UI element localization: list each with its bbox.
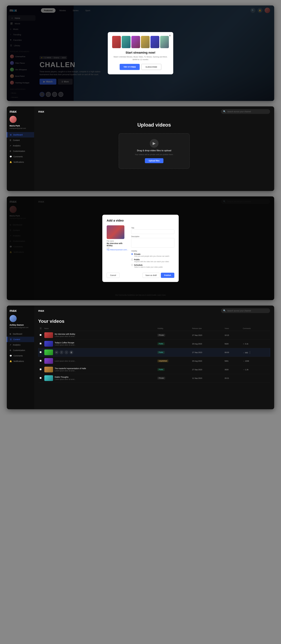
row1-sub: Lorem ipsum dolor sit amet... xyxy=(55,336,76,337)
row1-checkbox[interactable] xyxy=(40,334,42,336)
row2-status-badge: Public xyxy=(158,342,165,345)
modal-title: Start streaming now! xyxy=(112,51,169,54)
cancel-button[interactable]: Cancel xyxy=(107,273,120,278)
upload-profile: Maria Park mariapark@gmail.com xyxy=(7,116,34,132)
upload-search-bar[interactable]: 🔍 xyxy=(221,109,270,114)
row3-edit-btn[interactable]: ✏ xyxy=(55,350,58,354)
your-videos-sidebar-comments[interactable]: 💬 Comments xyxy=(7,353,34,358)
radio-public-input[interactable] xyxy=(131,259,133,260)
row2-thumb xyxy=(44,341,53,346)
add-video-backdrop: Add a video File name My Interview with … xyxy=(7,196,274,300)
row4-checkbox[interactable] xyxy=(40,360,42,362)
row4-sub: Lorem ipsum dolor sit amet... xyxy=(55,360,76,362)
row3-visibility: Public xyxy=(156,348,191,357)
upload-area: Upload videos ▶ Drag & drop video files … xyxy=(34,117,274,174)
col-comments-header: Comments xyxy=(242,326,270,331)
file-name-value: My Interview with Bobby xyxy=(107,242,128,247)
row3-share-btn[interactable]: ⤴ xyxy=(60,350,64,354)
row1-thumb xyxy=(44,332,53,338)
row5-date: 27 Sep 2023 xyxy=(191,365,223,374)
video-preview-thumb xyxy=(107,225,124,239)
your-videos-search[interactable]: 🔍 xyxy=(221,308,270,313)
publish-button[interactable]: Publish xyxy=(161,273,174,278)
try-free-button[interactable]: TRY IT FREE xyxy=(120,64,140,70)
add-video-left: File name My Interview with Bobby Link h… xyxy=(107,225,128,270)
upload-topbar-logo: max xyxy=(38,110,44,113)
your-videos-sidebar: max Ashley Damon ashleydamon@gmail.com ⊞… xyxy=(7,306,34,409)
row2-name-container: Today's Coffee Recape Lorem ipsum dolor … xyxy=(44,341,155,346)
row6-name-container: Diablo Thoughts Lorem ipsum dolor sit am… xyxy=(44,375,155,381)
row5-status-badge: Public xyxy=(158,368,165,371)
row5-checkbox[interactable] xyxy=(40,368,42,370)
row6-check xyxy=(38,374,43,382)
search-input[interactable] xyxy=(227,110,268,113)
screen-streaming: max ⌂ Home 🎬 Movie ♪ Music ↑ Trending ♥ … xyxy=(7,6,274,101)
radio-private: Private Only you and people who you choo… xyxy=(131,253,174,257)
your-videos-search-icon: 🔍 xyxy=(223,310,226,312)
row6-sub: Lorem ipsum dolor sit amet... xyxy=(55,378,76,380)
row3-upload-btn[interactable]: ↑ xyxy=(64,350,68,354)
movie-thumb-6 xyxy=(160,36,169,48)
row4-name-cell: Lorem ipsum dolor sit amet... xyxy=(43,357,156,365)
radio-schedule-row: Schedule xyxy=(131,264,174,266)
col-views-header: Views xyxy=(223,326,242,331)
row4-date: 25 Aug 2023 xyxy=(191,357,223,365)
sidebar2-item-comments[interactable]: 💬 Comments xyxy=(7,154,34,159)
row3-trash-btn[interactable]: 🗑 xyxy=(70,350,73,354)
sidebar2-item-dashboard[interactable]: ⊞ Dashboard xyxy=(7,132,34,138)
row4-views: 5001 xyxy=(223,357,242,365)
filter-icon[interactable]: ☰ xyxy=(40,327,42,330)
save-draft-button[interactable]: Save as draft xyxy=(142,273,160,278)
your-videos-sidebar-content[interactable]: ☰ Content xyxy=(7,337,34,342)
sidebar2-item-notifications[interactable]: 🔔 Notifications xyxy=(7,159,34,165)
row3-name-cell: ✏ ⤴ ↑ 🗑 xyxy=(43,348,156,357)
your-videos-heading: Your videos xyxy=(34,316,274,326)
upload-files-button[interactable]: Upload files xyxy=(145,158,163,163)
row3-actions: ✏ ⤴ ↑ 🗑 xyxy=(55,350,73,354)
modal-footer-right: Save as draft Publish xyxy=(142,273,174,278)
title-label: Title xyxy=(131,227,174,229)
row3-checkbox[interactable] xyxy=(40,351,42,353)
modal-overlay: ✕ Start streaming now! Watch Unlimited M… xyxy=(7,6,274,101)
modal-close-button[interactable]: ✕ xyxy=(169,34,171,37)
your-videos-analytics-icon: ↗ xyxy=(10,344,11,346)
description-label: Description xyxy=(131,236,174,238)
your-videos-sidebar-dashboard[interactable]: ⊞ Dashboard xyxy=(7,331,34,337)
upload-dropzone[interactable]: ▶ Drag & drop video files to upload Your… xyxy=(119,133,190,169)
radio-private-input[interactable] xyxy=(131,253,133,255)
upload-main: max 🔍 Upload videos ▶ Drag & drop video … xyxy=(34,106,274,191)
row5-name-cell: The masterful representation of Halle Lo… xyxy=(43,365,156,374)
row2-checkbox[interactable] xyxy=(40,343,42,344)
your-videos-sidebar-notifications[interactable]: 🔔 Notifications xyxy=(7,358,34,364)
row6-thumb xyxy=(44,375,53,381)
customization-icon: ⚙ xyxy=(10,150,11,152)
title-input[interactable] xyxy=(131,230,174,234)
your-videos-notifications-icon: 🔔 xyxy=(10,360,12,362)
row4-status-badge: Unpolished xyxy=(158,360,168,362)
description-textarea[interactable] xyxy=(131,238,174,248)
your-videos-sidebar-analytics[interactable]: ↗ Analytics xyxy=(7,342,34,348)
video-preview-inner xyxy=(107,225,124,239)
sidebar2-item-content[interactable]: ☰ Content xyxy=(7,138,34,143)
add-video-body: File name My Interview with Bobby Link h… xyxy=(107,225,174,270)
row3-date: 27 Sep 2023 xyxy=(191,348,223,357)
table-row: Today's Coffee Recape Lorem ipsum dolor … xyxy=(38,340,270,348)
row1-date: 27 Sep 2023 xyxy=(191,331,223,340)
row3-thumb xyxy=(44,350,53,355)
row2-name-cell: Today's Coffee Recape Lorem ipsum dolor … xyxy=(43,340,156,348)
row3-kebab-button[interactable]: ⋮ xyxy=(248,351,251,354)
row5-comments: → 1.2k xyxy=(242,365,270,374)
row5-views: 3020 xyxy=(223,365,242,374)
link-value: http://hbloomaxstream.com/... xyxy=(107,249,128,251)
subscribe-button[interactable]: SUBSCRIBE xyxy=(141,64,161,70)
movie-thumb-1 xyxy=(112,36,121,48)
your-videos-sidebar-customization[interactable]: ⚙ Customization xyxy=(7,348,34,353)
row3-status-badge: Public xyxy=(158,351,165,354)
sidebar2-item-analytics[interactable]: ↗ Analytics xyxy=(7,143,34,148)
row6-checkbox[interactable] xyxy=(40,377,42,379)
radio-schedule-input[interactable] xyxy=(131,264,133,266)
your-videos-search-input[interactable] xyxy=(227,310,268,312)
your-videos-email: ashleydamon@gmail.com xyxy=(10,326,28,328)
sidebar2-item-customization[interactable]: ⚙ Customization xyxy=(7,148,34,154)
row4-check xyxy=(38,357,43,365)
